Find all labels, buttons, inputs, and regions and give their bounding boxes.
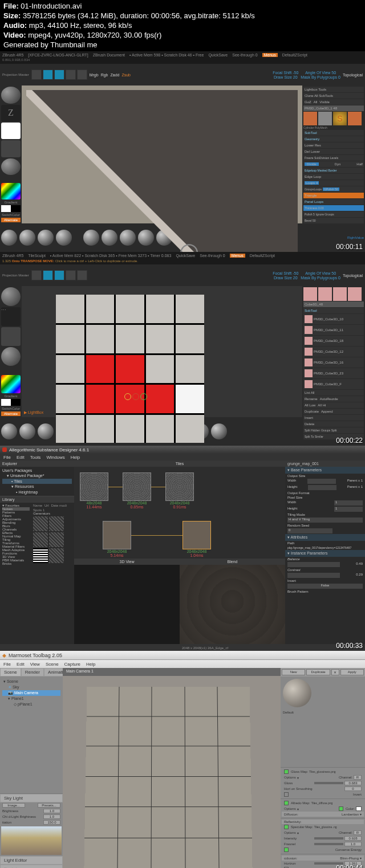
image-button[interactable]: Image...	[2, 803, 25, 808]
timestamp: 00:00:44	[336, 864, 363, 868]
lightbox-button[interactable]: ▶ LightBox	[24, 410, 43, 415]
alpha-icon[interactable]	[1, 123, 21, 139]
sd-graph[interactable]: 48x2048 11.44ms 2048x2048 0.85ms 2048x20…	[74, 467, 285, 559]
sd-node[interactable]: 2048x2048 1.04ms	[182, 521, 211, 557]
lib-thumb[interactable]	[33, 532, 48, 547]
mt-left-panel[interactable]: Scene Render Animation ▾ Scene ☀ Sky 📷 M…	[0, 668, 63, 868]
mt-menubar[interactable]: File Edit View Scene Capture Help	[0, 660, 365, 668]
transpose-gizmo[interactable]	[124, 393, 147, 400]
menu-file[interactable]: File	[3, 662, 11, 667]
material-preview[interactable]	[283, 679, 311, 707]
tool-swatch[interactable]	[303, 287, 317, 301]
sd-node[interactable]: 2048x2048 0.91ms	[165, 472, 194, 509]
presets-button[interactable]: Presets...	[38, 803, 60, 808]
move-icon[interactable]	[54, 270, 64, 280]
rotate-icon[interactable]	[77, 70, 87, 80]
tool-swatch[interactable]	[318, 287, 332, 301]
menu-windows[interactable]: Windows	[46, 455, 64, 460]
alpha-icon[interactable]	[1, 327, 21, 346]
sd-properties[interactable]: grunge_map_001 ▾ Base Parameters Output …	[285, 461, 365, 644]
thumbnail-2-zbrush-tiles: ZBrush 4R5 TileSculpt • Active Mem 822 •…	[0, 252, 365, 446]
stroke-icon[interactable]: Z	[1, 105, 21, 121]
mt-material-panel[interactable]: New Duplicate ✕ Apply Default Gloss Map:…	[281, 668, 365, 868]
edit-icon[interactable]	[31, 70, 42, 80]
app-icon	[2, 447, 7, 452]
sd-node[interactable]: 2048x2048 0.85ms	[123, 472, 151, 509]
tool-swatch[interactable]	[333, 287, 347, 301]
media-info-header: File: 01-Introduction.avi Size: 35781256…	[0, 0, 365, 51]
menu-tools[interactable]: Tools	[30, 455, 41, 460]
delete-button[interactable]: ✕	[331, 669, 339, 675]
menu-help[interactable]: Help	[71, 455, 80, 460]
skylight-section[interactable]: Sky Light	[0, 794, 63, 802]
menu-edit[interactable]: Edit	[17, 662, 25, 667]
menu-view[interactable]: View	[30, 662, 40, 667]
color-picker[interactable]	[1, 375, 21, 394]
light-editor[interactable]: Light Editor	[0, 856, 63, 865]
lib-thumb[interactable]	[33, 516, 48, 531]
tool-swatch[interactable]: S	[333, 112, 347, 125]
sd-menubar[interactable]: File Edit Tools Windows Help	[0, 454, 365, 461]
tile-grid	[56, 295, 204, 443]
tool-swatch[interactable]	[348, 112, 362, 125]
thumbnail-1-zbrush: ZBrush 4R5 [XFCE-ZVRC-LNOS-ANCI-GLRT] ZB…	[0, 51, 365, 252]
sd-node[interactable]: 2048x2048 5.14ms	[103, 521, 131, 557]
zbrush-titlebar: ZBrush 4R5 TileSculpt • Active Mem 822 •…	[0, 252, 365, 259]
menu-help[interactable]: Help	[86, 662, 95, 667]
backdrop[interactable]: Backdrop	[0, 865, 63, 868]
menu-edit[interactable]: Edit	[17, 455, 25, 460]
tool-swatch[interactable]	[348, 287, 362, 301]
zbrush-right-tray[interactable]: Lightbox Tools Clone All SubTools GoZAll…	[302, 85, 365, 223]
scale-icon[interactable]	[66, 270, 76, 280]
zbrush-toolbar[interactable]: Projection Master Focal Shift -50Draw Si…	[0, 264, 365, 286]
zbrush-right-tray[interactable]: Cube3D_48 SubTool PM3D_Cube3D_10 PM3D_Cu…	[302, 286, 365, 417]
zbrush-viewport[interactable]	[22, 85, 302, 223]
sd-explorer-panel[interactable]: Explorer User's Packages ▾ Unsaved Packa…	[0, 461, 74, 644]
stroke-icon[interactable]: ⋯	[1, 307, 21, 326]
tool-swatch[interactable]	[303, 112, 317, 125]
new-button[interactable]: New	[282, 669, 305, 675]
material-icon[interactable]	[1, 158, 21, 175]
mt-titlebar: ◆ Marmoset Toolbag 2.05	[0, 651, 365, 660]
mt-viewport[interactable]: Main Camera 1	[63, 668, 281, 868]
edit-icon[interactable]	[31, 270, 42, 280]
color-picker[interactable]	[1, 183, 21, 199]
tool-swatch[interactable]	[318, 112, 332, 125]
tab-render[interactable]: Render	[21, 668, 44, 677]
apply-button[interactable]: Apply	[340, 669, 364, 675]
sd-center: Tiles 48x2048 11.44ms 2048x2048 0.85ms 2…	[74, 461, 285, 644]
sd-node[interactable]: 48x2048 11.44ms	[80, 472, 108, 509]
menu-scene[interactable]: Scene	[46, 662, 59, 667]
lib-thumb[interactable]	[49, 532, 64, 547]
tab-scene[interactable]: Scene	[0, 668, 21, 677]
lib-thumb[interactable]	[33, 548, 48, 563]
zbrush-left-tray[interactable]: Z Gradient SwitchColor Alternate	[0, 85, 22, 223]
rotate-icon[interactable]	[77, 270, 87, 280]
zbrush-menubar[interactable]: 0.891,0.938,0.834	[0, 58, 365, 64]
lib-thumb[interactable]	[49, 548, 64, 563]
move-icon[interactable]	[54, 70, 64, 80]
sd-tree[interactable]: User's Packages ▾ Unsaved Package* ▪ Til…	[0, 467, 74, 496]
material-icon[interactable]	[1, 347, 21, 366]
zbrush-left-tray[interactable]: ⋯ Gradient SwitchColor Alternate	[0, 286, 22, 417]
texture-icon[interactable]	[1, 140, 21, 157]
lib-thumb[interactable]	[49, 516, 64, 531]
brush-icon[interactable]	[1, 287, 21, 306]
brush-icon[interactable]	[1, 87, 21, 103]
zbrush-toolbar[interactable]: Projection Master Mrgb Rgb Zadd Zsub Foc…	[0, 64, 365, 85]
duplicate-button[interactable]: Duplicate	[306, 669, 330, 675]
material-sphere[interactable]	[1, 230, 17, 246]
hdri-preview[interactable]	[1, 826, 62, 855]
sd-viewers[interactable]: 3D View Blend 2048 x 2048(x1) 26A_Edge_c…	[74, 559, 285, 644]
menu-capture[interactable]: Capture	[64, 662, 80, 667]
menu-file[interactable]: File	[3, 455, 11, 460]
zbrush-status: 1.325 Onto TRANSPOSE MOVE: Click to move…	[0, 259, 365, 264]
draw-icon[interactable]	[43, 70, 53, 80]
draw-icon[interactable]	[43, 270, 53, 280]
timestamp: 00:00:33	[336, 642, 363, 650]
thumbnail-4-marmoset: ◆ Marmoset Toolbag 2.05 File Edit View S…	[0, 651, 365, 868]
scale-icon[interactable]	[66, 70, 76, 80]
thumbnail-3-substance: Allegorithmic Substance Designer 4.6.1 F…	[0, 446, 365, 651]
scene-tree[interactable]: ▾ Scene ☀ Sky 📷 Main Camera ▾ Plane1 ◇ p…	[0, 677, 63, 710]
zbrush-viewport[interactable]: ▶ LightBox	[22, 286, 302, 417]
